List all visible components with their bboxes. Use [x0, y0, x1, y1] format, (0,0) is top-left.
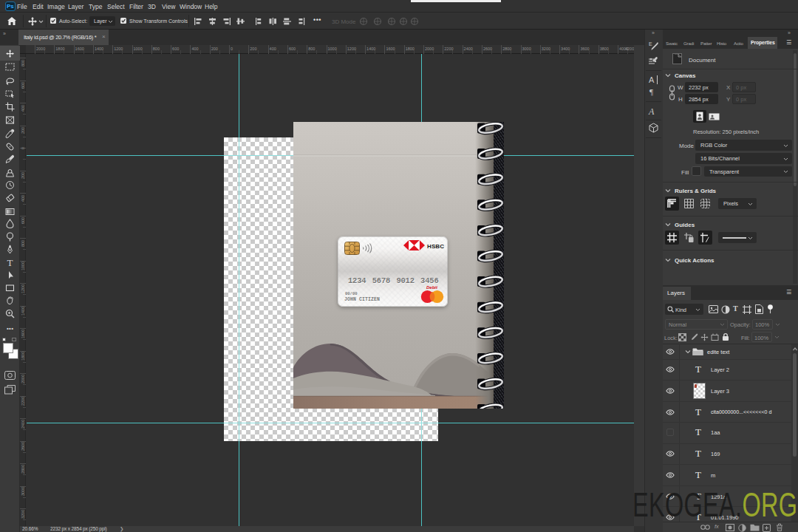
svg-text:A: A: [649, 75, 655, 84]
svg-text:T: T: [7, 257, 13, 268]
svg-text:¶: ¶: [649, 87, 653, 96]
svg-text:E: E: [649, 41, 652, 47]
svg-text:A: A: [648, 106, 655, 117]
